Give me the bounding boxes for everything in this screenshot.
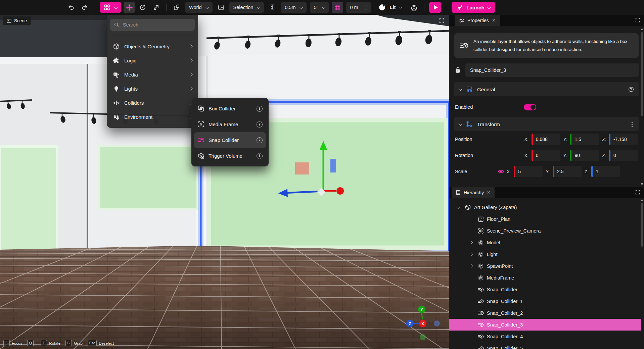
expander-down-icon[interactable]	[456, 206, 460, 209]
position-z-field[interactable]: -7.158	[609, 134, 638, 145]
menu-item-logic[interactable]: Logic	[110, 53, 195, 67]
tree-item-root[interactable]: Art Gallery (Zapata)	[449, 201, 641, 213]
kebab-menu-icon[interactable]	[632, 124, 633, 125]
toolbar-divider	[95, 4, 95, 11]
scale-tool-button[interactable]	[150, 2, 162, 13]
menu-item-environment[interactable]: Environment	[110, 110, 195, 124]
elevation-stepper[interactable]: 0 m	[346, 2, 371, 13]
selection-pivot-button[interactable]	[215, 2, 227, 13]
info-icon[interactable]	[257, 137, 263, 143]
chevron-right-icon	[189, 87, 192, 90]
enabled-label: Enabled	[455, 104, 473, 110]
hierarchy-scrollbar[interactable]	[640, 199, 643, 337]
tree-item[interactable]: Snap_Collider_2	[449, 307, 641, 319]
model-cube-icon	[478, 275, 484, 281]
key-q: Q	[27, 340, 34, 346]
pivot-mode-button[interactable]	[171, 2, 182, 13]
menu-item-label: Colliders	[124, 100, 144, 106]
help-icon[interactable]	[628, 87, 634, 92]
scale-x-field[interactable]: 5	[514, 166, 543, 177]
scale-z-field[interactable]: 1	[591, 166, 620, 177]
undo-button[interactable]	[65, 2, 77, 13]
tree-item[interactable]: Floor_Plan	[449, 213, 641, 225]
position-x-field[interactable]: 0.088	[532, 134, 560, 145]
scroll-up-icon[interactable]	[641, 28, 643, 30]
info-icon[interactable]	[257, 153, 263, 159]
gizmo-plane-handle-blue[interactable]	[330, 159, 336, 172]
grid-snap-button[interactable]	[332, 2, 343, 13]
tree-item-selected[interactable]: Snap_Collider_3	[449, 319, 641, 331]
chevron-down-icon	[458, 87, 462, 91]
tree-item[interactable]: Light	[449, 248, 641, 260]
y-axis-label: Y:	[546, 169, 550, 174]
general-section-header[interactable]: General	[454, 82, 639, 96]
panel-expand-icon[interactable]	[635, 190, 640, 195]
menu-item-colliders[interactable]: Colliders	[110, 96, 195, 110]
info-icon[interactable]	[257, 106, 263, 112]
tab-properties[interactable]: Properties ✕	[455, 15, 500, 26]
menu-item-label: Lights	[124, 86, 138, 92]
info-icon[interactable]	[257, 121, 263, 128]
link-scale-icon[interactable]	[498, 168, 504, 174]
properties-scrollbar[interactable]	[640, 28, 643, 186]
expander-right-icon[interactable]	[469, 241, 473, 244]
tree-item[interactable]: Snap_Collider_1	[449, 295, 641, 307]
render-mode-value: Lit	[390, 5, 396, 10]
tab-hierarchy[interactable]: Hierarchy ✕	[452, 187, 495, 198]
menu-item-lights[interactable]: Lights	[110, 82, 195, 96]
settings-button[interactable]	[408, 2, 420, 13]
position-y-field[interactable]: 1.5	[570, 134, 599, 145]
submenu-item-box-collider[interactable]: Box Collider	[194, 101, 266, 116]
tree-item[interactable]: Scene_Preview_Camera	[449, 225, 641, 237]
gizmo-plane-handle[interactable]	[295, 162, 309, 174]
tree-item[interactable]: MediaFrame	[449, 272, 641, 284]
expander-right-icon[interactable]	[469, 253, 473, 256]
search-input[interactable]	[122, 22, 191, 28]
elevation-snap-button[interactable]	[267, 2, 278, 13]
close-icon[interactable]: ✕	[492, 18, 496, 22]
scroll-down-icon[interactable]	[641, 183, 643, 185]
rotation-z-field[interactable]: 0	[609, 150, 638, 161]
rotation-x-field[interactable]: 0	[532, 150, 560, 161]
scale-y-field[interactable]: 2.5	[553, 166, 582, 177]
transform-space-dropdown[interactable]: World	[185, 2, 213, 13]
rotate-tool-button[interactable]	[137, 2, 148, 13]
expander-right-icon[interactable]	[469, 264, 473, 268]
submenu-item-media-frame[interactable]: Media Frame	[194, 116, 266, 132]
entity-name-input[interactable]: Snap_Collider_3	[465, 63, 639, 77]
transform-section-header[interactable]: Transform	[454, 117, 639, 131]
asset-library-button[interactable]	[100, 2, 121, 13]
redo-button[interactable]	[79, 2, 90, 13]
x-axis-label: X:	[524, 153, 528, 158]
submenu-item-trigger-volume[interactable]: Trigger Volume	[194, 148, 266, 164]
submenu-item-snap-collider[interactable]: Snap Collider	[194, 132, 266, 148]
close-icon[interactable]: ✕	[487, 190, 491, 195]
panel-expand-icon[interactable]	[635, 18, 640, 22]
tree-item[interactable]: Snap_Collider	[449, 284, 641, 295]
tree-item[interactable]: Snap_Collider_5	[449, 342, 641, 349]
selection-mode-dropdown[interactable]: Selection	[229, 2, 264, 13]
menu-item-objects-geometry[interactable]: Objects & Geometry	[110, 39, 195, 53]
step-down-icon[interactable]	[364, 7, 367, 9]
y-axis-label: Y:	[563, 153, 567, 158]
viewport-expand-icon[interactable]	[439, 18, 444, 23]
tree-item[interactable]: Snap_Collider_4	[449, 331, 641, 342]
play-button[interactable]	[429, 2, 441, 13]
menu-item-media[interactable]: Media	[110, 67, 195, 82]
launch-button[interactable]: Launch	[452, 2, 495, 13]
3d-viewport[interactable]: Y Z X Scene FFocus Q ERotate GGrab EscDe…	[0, 15, 449, 349]
scroll-up-icon[interactable]	[641, 199, 643, 201]
launch-label: Launch	[466, 5, 484, 10]
lock-open-icon[interactable]	[454, 66, 461, 74]
enabled-toggle[interactable]	[524, 104, 536, 110]
render-mode-dropdown[interactable]: Lit	[374, 2, 406, 13]
move-snap-dropdown[interactable]: 0.5m	[281, 2, 306, 13]
rotate-snap-dropdown[interactable]: 5°	[310, 2, 329, 13]
rotation-y-field[interactable]: 90	[570, 150, 599, 161]
scene-window-icon	[7, 18, 11, 23]
scene-tab[interactable]: Scene	[3, 16, 31, 25]
search-box[interactable]	[110, 19, 195, 31]
tree-item[interactable]: Model	[449, 237, 641, 248]
move-tool-button[interactable]	[124, 2, 135, 13]
tree-item[interactable]: SpawnPoint	[449, 260, 641, 272]
